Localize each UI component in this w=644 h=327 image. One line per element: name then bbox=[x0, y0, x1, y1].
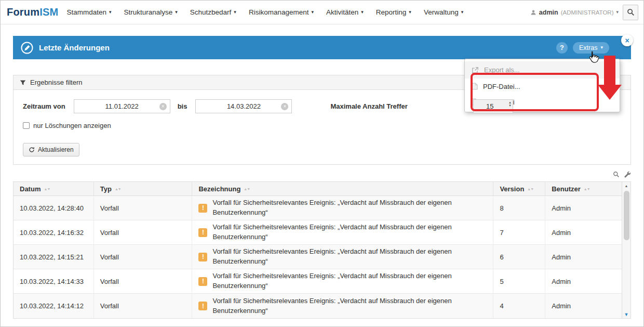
chevron-down-icon: ▾ bbox=[234, 10, 236, 15]
table-toolbar bbox=[13, 170, 631, 178]
chevron-down-icon: ▾ bbox=[311, 10, 314, 15]
sort-icon[interactable]: ▲▼ bbox=[584, 187, 590, 191]
column-header-bezeichnung[interactable]: Bezeichnung ▲▼ bbox=[192, 182, 493, 195]
number-spinner[interactable]: ▴ ▾ bbox=[509, 101, 511, 107]
cell-benutzer: Admin bbox=[545, 294, 622, 318]
cell-datum: 10.03.2022, 14:15:21 bbox=[14, 245, 94, 269]
warning-icon: ! bbox=[198, 277, 207, 286]
refresh-button-label: Aktualisieren bbox=[38, 146, 74, 153]
chevron-down-icon: ▾ bbox=[175, 10, 178, 15]
menu-item-label: PDF-Datei... bbox=[483, 83, 520, 90]
cell-bezeichnung: ! Vorfall für Sicherheitsrelevantes Erei… bbox=[192, 269, 493, 293]
max-results-input[interactable]: 15 ▴ ▾ bbox=[473, 99, 513, 113]
table-row[interactable]: 10.03.2022, 14:14:33 Vorfall ! Vorfall f… bbox=[14, 269, 622, 294]
table-settings-wrench-icon[interactable] bbox=[624, 171, 631, 178]
search-button[interactable] bbox=[623, 5, 638, 20]
column-header-benutzer[interactable]: Benutzer ▲▼ bbox=[545, 182, 622, 195]
date-between-label: bis bbox=[178, 102, 187, 110]
cell-bezeichnung: ! Vorfall für Sicherheitsrelevantes Erei… bbox=[192, 294, 493, 318]
bezeichnung-text: Vorfall für Sicherheitsrelevantes Ereign… bbox=[212, 198, 487, 218]
date-to-input[interactable]: 14.03.2022 × bbox=[195, 99, 292, 113]
nav-item-stammdaten[interactable]: Stammdaten ▾ bbox=[66, 8, 111, 16]
column-label: Bezeichnung bbox=[198, 185, 240, 193]
user-name: admin bbox=[539, 9, 558, 16]
table-row[interactable]: 10.03.2022, 14:28:40 Vorfall ! Vorfall f… bbox=[14, 196, 622, 220]
scrollbar-thumb[interactable] bbox=[624, 191, 629, 240]
nav-item-verwaltung[interactable]: Verwaltung ▾ bbox=[424, 8, 463, 16]
nav-item-strukturanalyse[interactable]: Strukturanalyse ▾ bbox=[124, 8, 177, 16]
nav-item-reporting[interactable]: Reporting ▾ bbox=[376, 8, 411, 16]
nav-item-label: Schutzbedarf bbox=[190, 8, 232, 16]
scroll-down-icon[interactable]: ▼ bbox=[622, 310, 630, 318]
date-from-input[interactable]: 11.01.2022 × bbox=[74, 99, 170, 113]
extras-button[interactable]: Extras ▾ bbox=[573, 42, 609, 54]
only-deletions-checkbox[interactable] bbox=[23, 122, 30, 129]
date-from-value: 11.01.2022 bbox=[74, 102, 170, 110]
close-button[interactable]: × bbox=[621, 34, 633, 46]
sort-icon[interactable]: ▲▼ bbox=[527, 187, 533, 191]
cell-bezeichnung: ! Vorfall für Sicherheitsrelevantes Erei… bbox=[192, 220, 493, 244]
column-header-typ[interactable]: Typ ▲▼ bbox=[94, 182, 193, 195]
nav-item-aktivitaeten[interactable]: Aktivitäten ▾ bbox=[326, 8, 364, 16]
search-icon bbox=[627, 8, 635, 16]
cell-bezeichnung: ! Vorfall für Sicherheitsrelevantes Erei… bbox=[192, 196, 493, 220]
nav-item-label: Verwaltung bbox=[424, 8, 459, 16]
nav-item-label: Risikomanagement bbox=[249, 8, 309, 16]
cell-version: 6 bbox=[493, 245, 545, 269]
cell-datum: 10.03.2022, 14:14:33 bbox=[14, 269, 94, 293]
pdf-file-icon bbox=[472, 83, 478, 90]
cell-datum: 10.03.2022, 14:16:32 bbox=[14, 220, 94, 244]
panel-header: Letzte Änderungen ? Extras ▾ × bbox=[13, 36, 631, 59]
nav-item-schutzbedarf[interactable]: Schutzbedarf ▾ bbox=[190, 8, 236, 16]
vertical-scrollbar[interactable]: ▲ ▼ bbox=[622, 181, 631, 319]
sort-icon[interactable]: ▲▼ bbox=[244, 187, 250, 191]
logo-part-1: Forum bbox=[7, 6, 39, 18]
bezeichnung-text: Vorfall für Sicherheitsrelevantes Ereign… bbox=[212, 247, 487, 267]
main-menu: Stammdaten ▾ Strukturanalyse ▾ Schutzbed… bbox=[66, 8, 463, 16]
nav-item-label: Reporting bbox=[376, 8, 407, 16]
max-results-value: 15 bbox=[474, 102, 513, 110]
menu-item-export-als: Export als... bbox=[465, 61, 620, 79]
only-deletions-label: nur Löschungen anzeigen bbox=[33, 122, 111, 129]
app-logo[interactable]: ForumISM bbox=[7, 6, 58, 18]
cell-benutzer: Admin bbox=[545, 196, 622, 220]
logo-part-2: ISM bbox=[39, 6, 58, 18]
table-search-icon[interactable] bbox=[613, 171, 620, 178]
help-button[interactable]: ? bbox=[556, 42, 568, 54]
cell-version: 8 bbox=[493, 196, 545, 220]
max-results-label: Maximale Anzahl Treffer bbox=[330, 102, 407, 110]
column-label: Benutzer bbox=[552, 185, 581, 193]
chevron-down-icon: ▾ bbox=[361, 10, 364, 15]
table-row[interactable]: 10.03.2022, 14:16:32 Vorfall ! Vorfall f… bbox=[14, 220, 622, 245]
table-header-row: Datum ▲▼ Typ ▲▼ Bezeichnung ▲▼ Version ▲… bbox=[14, 182, 622, 196]
nav-item-label: Aktivitäten bbox=[326, 8, 358, 16]
cell-version: 7 bbox=[493, 220, 545, 244]
column-header-datum[interactable]: Datum ▲▼ bbox=[14, 182, 94, 195]
table-row[interactable]: 10.03.2022, 14:14:12 Vorfall ! Vorfall f… bbox=[14, 294, 622, 318]
refresh-button[interactable]: Aktualisieren bbox=[23, 143, 79, 156]
clear-icon[interactable]: × bbox=[159, 103, 167, 110]
clear-icon[interactable]: × bbox=[281, 103, 288, 110]
bezeichnung-text: Vorfall für Sicherheitsrelevantes Ereign… bbox=[212, 296, 487, 316]
chevron-down-icon: ▾ bbox=[461, 10, 464, 15]
chevron-down-icon: ▾ bbox=[109, 10, 112, 15]
sort-icon[interactable]: ▲▼ bbox=[115, 187, 121, 191]
cell-benutzer: Admin bbox=[545, 269, 622, 293]
sort-icon[interactable]: ▲▼ bbox=[44, 187, 50, 191]
nav-item-risikomanagement[interactable]: Risikomanagement ▾ bbox=[249, 8, 314, 16]
table-row[interactable]: 10.03.2022, 14:15:21 Vorfall ! Vorfall f… bbox=[14, 245, 622, 269]
warning-icon: ! bbox=[198, 204, 207, 213]
column-label: Version bbox=[500, 185, 524, 193]
date-from-label: Zeitraum von bbox=[23, 102, 65, 110]
cell-benutzer: Admin bbox=[545, 245, 622, 269]
menu-item-pdf-datei[interactable]: PDF-Datei... bbox=[465, 79, 620, 94]
spinner-down-icon[interactable]: ▾ bbox=[509, 104, 511, 107]
panel-actions: ? Extras ▾ bbox=[556, 42, 609, 54]
scroll-up-icon[interactable]: ▲ bbox=[622, 182, 630, 190]
app-window: ForumISM Stammdaten ▾ Strukturanalyse ▾ … bbox=[0, 0, 644, 327]
export-icon bbox=[472, 67, 479, 74]
user-icon bbox=[530, 9, 536, 16]
cell-typ: Vorfall bbox=[94, 196, 193, 220]
user-menu[interactable]: admin (ADMINISTRATOR) ▾ bbox=[530, 9, 619, 16]
column-header-version[interactable]: Version ▲▼ bbox=[493, 182, 545, 195]
